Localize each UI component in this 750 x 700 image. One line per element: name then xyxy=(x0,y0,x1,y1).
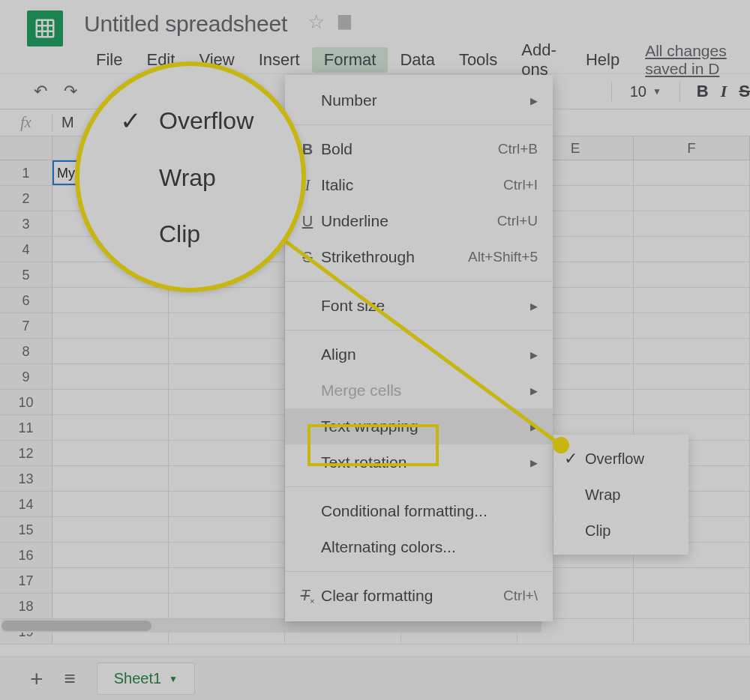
row-header[interactable]: 16 xyxy=(0,543,52,567)
sheet-tab-sheet1[interactable]: Sheet1 ▼ xyxy=(97,663,195,695)
format-italic[interactable]: I Italic Ctrl+I xyxy=(285,167,553,203)
grid-cell[interactable] xyxy=(52,543,169,567)
row-header[interactable]: 9 xyxy=(0,364,52,389)
row-header[interactable]: 2 xyxy=(0,186,52,211)
row-header[interactable]: 6 xyxy=(0,288,52,313)
format-alternating-colors[interactable]: Alternating colors... xyxy=(285,529,553,565)
row-header[interactable]: 17 xyxy=(0,568,52,593)
wrap-option-clip[interactable]: Clip xyxy=(554,513,688,549)
grid-cell[interactable] xyxy=(634,211,750,236)
callout-item-wrap: Wrap xyxy=(120,164,216,192)
grid-cell[interactable] xyxy=(52,390,169,414)
grid-cell[interactable] xyxy=(634,619,750,644)
format-merge-cells[interactable]: Merge cells ▶ xyxy=(285,372,553,408)
grid-cell[interactable] xyxy=(634,160,750,185)
grid-cell[interactable] xyxy=(52,594,169,618)
save-status[interactable]: All changes saved in D xyxy=(645,42,750,78)
grid-cell[interactable] xyxy=(52,288,169,313)
grid-cell[interactable] xyxy=(52,492,169,516)
wrap-option-overflow[interactable]: ✓ Overflow xyxy=(554,441,688,477)
format-strikethrough[interactable]: S Strikethrough Alt+Shift+5 xyxy=(285,239,553,275)
menu-tools[interactable]: Tools xyxy=(447,47,509,73)
formula-input[interactable]: M xyxy=(52,114,74,131)
menu-data[interactable]: Data xyxy=(388,47,446,73)
column-header[interactable]: F xyxy=(634,136,750,160)
format-align[interactable]: Align ▶ xyxy=(285,337,553,372)
grid-cell[interactable] xyxy=(634,313,750,338)
bold-button[interactable]: B xyxy=(697,82,709,101)
format-number[interactable]: Number ▶ xyxy=(285,82,553,118)
grid-cell[interactable] xyxy=(52,466,169,491)
redo-button[interactable]: ↷ xyxy=(60,81,81,102)
grid-cell[interactable] xyxy=(169,568,285,593)
menu-format[interactable]: Format xyxy=(312,47,388,73)
grid-cell[interactable] xyxy=(169,517,285,542)
format-text-wrapping[interactable]: Text wrapping ▶ xyxy=(285,408,553,444)
row-header[interactable]: 13 xyxy=(0,466,52,491)
grid-cell[interactable] xyxy=(169,594,285,618)
grid-cell[interactable] xyxy=(169,441,285,465)
row-header[interactable]: 4 xyxy=(0,237,52,262)
row-header[interactable]: 8 xyxy=(0,339,52,363)
row-header[interactable]: 18 xyxy=(0,594,52,618)
row-header[interactable]: 1 xyxy=(0,160,52,185)
menu-insert[interactable]: Insert xyxy=(247,47,312,73)
grid-cell[interactable] xyxy=(634,568,750,593)
grid-cell[interactable] xyxy=(52,415,169,440)
grid-cell[interactable] xyxy=(52,313,169,338)
star-icon[interactable]: ☆ xyxy=(308,10,325,34)
folder-icon[interactable]: ▆ xyxy=(338,10,351,34)
strikethrough-button[interactable]: S xyxy=(739,82,750,101)
grid-cell[interactable] xyxy=(169,492,285,516)
wrap-option-wrap[interactable]: Wrap xyxy=(554,477,688,513)
row-header[interactable]: 14 xyxy=(0,492,52,516)
undo-button[interactable]: ↶ xyxy=(30,81,51,102)
font-size-selector[interactable]: 10 ▼ xyxy=(624,83,668,100)
grid-cell[interactable] xyxy=(634,390,750,414)
format-conditional[interactable]: Conditional formatting... xyxy=(285,493,553,529)
doc-title[interactable]: Untitled spreadsheet xyxy=(84,11,287,36)
grid-cell[interactable] xyxy=(169,415,285,440)
menu-file[interactable]: File xyxy=(84,47,134,73)
italic-button[interactable]: I xyxy=(721,82,728,101)
sheets-logo[interactable] xyxy=(27,10,63,46)
format-clear-formatting[interactable]: T× Clear formatting Ctrl+\ xyxy=(285,578,553,614)
format-bold[interactable]: B Bold Ctrl+B xyxy=(285,131,553,167)
row-header[interactable]: 15 xyxy=(0,517,52,542)
row-header[interactable]: 5 xyxy=(0,262,52,287)
chevron-down-icon[interactable]: ▼ xyxy=(169,674,178,684)
grid-cell[interactable] xyxy=(169,339,285,363)
grid-cell[interactable] xyxy=(52,441,169,465)
menu-help[interactable]: Help xyxy=(574,47,632,73)
format-text-rotation[interactable]: Text rotation ▶ xyxy=(285,444,553,480)
grid-cell[interactable] xyxy=(634,237,750,262)
grid-cell[interactable] xyxy=(634,262,750,287)
scrollbar-thumb[interactable] xyxy=(2,621,152,631)
row-header[interactable]: 3 xyxy=(0,211,52,236)
grid-cell[interactable] xyxy=(169,390,285,414)
row-header[interactable]: 7 xyxy=(0,313,52,338)
row-header[interactable]: 11 xyxy=(0,415,52,440)
grid-cell[interactable] xyxy=(52,364,169,389)
grid-cell[interactable] xyxy=(634,594,750,618)
row-header[interactable]: 10 xyxy=(0,390,52,414)
grid-cell[interactable] xyxy=(169,466,285,491)
menu-separator xyxy=(285,571,553,572)
grid-cell[interactable] xyxy=(634,288,750,313)
grid-cell[interactable] xyxy=(634,364,750,389)
grid-cell[interactable] xyxy=(52,517,169,542)
row-header[interactable]: 12 xyxy=(0,441,52,465)
grid-cell[interactable] xyxy=(52,339,169,363)
grid-cell[interactable] xyxy=(169,313,285,338)
format-font-size[interactable]: Font size ▶ xyxy=(285,288,553,324)
select-all-corner[interactable] xyxy=(0,136,52,160)
grid-cell[interactable] xyxy=(52,568,169,593)
grid-cell[interactable] xyxy=(634,339,750,363)
add-sheet-button[interactable]: + xyxy=(30,666,44,692)
format-underline[interactable]: U Underline Ctrl+U xyxy=(285,203,553,239)
all-sheets-button[interactable]: ≡ xyxy=(64,667,76,690)
grid-cell[interactable] xyxy=(169,364,285,389)
menu-item-shortcut: Ctrl+U xyxy=(497,213,538,229)
grid-cell[interactable] xyxy=(634,186,750,211)
grid-cell[interactable] xyxy=(169,543,285,567)
